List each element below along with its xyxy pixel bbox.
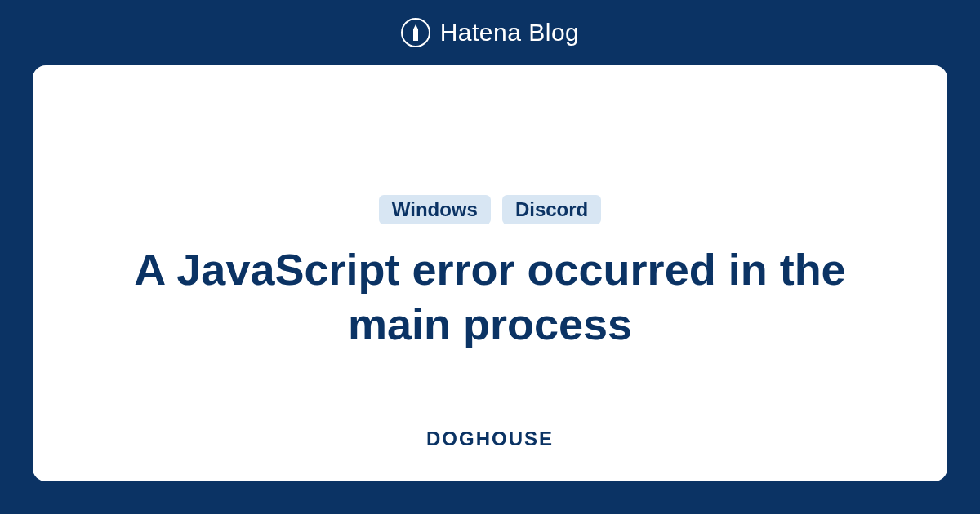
hatena-logo-icon [401, 18, 430, 47]
svg-rect-0 [413, 37, 418, 41]
author-name: DOGHOUSE [426, 428, 554, 450]
tag-list: Windows Discord [379, 195, 601, 224]
tag-item[interactable]: Windows [379, 195, 491, 224]
tag-item[interactable]: Discord [502, 195, 601, 224]
brand-name: Hatena Blog [440, 19, 580, 47]
header: Hatena Blog [0, 0, 980, 65]
content-card: Windows Discord A JavaScript error occur… [33, 65, 947, 481]
article-title: A JavaScript error occurred in the main … [122, 242, 858, 352]
